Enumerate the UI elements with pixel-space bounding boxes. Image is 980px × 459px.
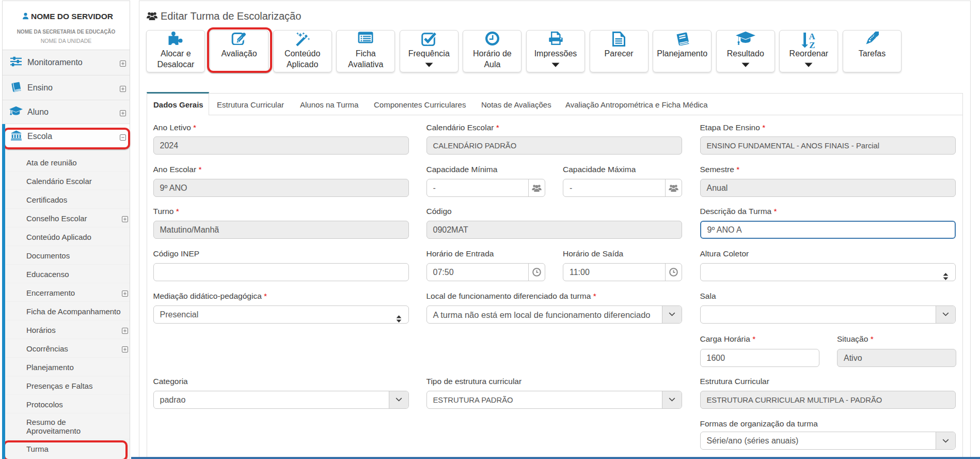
svg-text:Z: Z bbox=[810, 40, 815, 48]
